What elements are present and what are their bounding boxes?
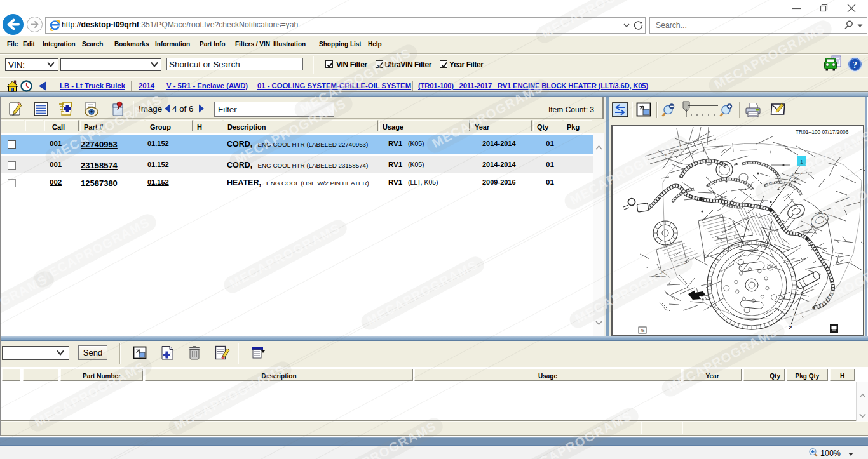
svg-text:1: 1	[800, 159, 803, 165]
svg-text:2: 2	[789, 324, 792, 331]
svg-text:4b: 4b	[641, 329, 645, 333]
svg-text:?: ?	[853, 60, 858, 70]
svg-text:TR01–100 07/17/2006: TR01–100 07/17/2006	[796, 129, 849, 135]
